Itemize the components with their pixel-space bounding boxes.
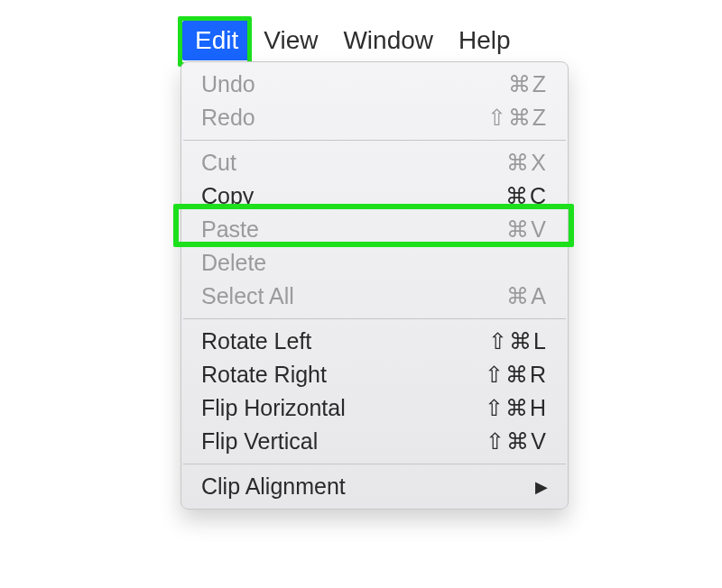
- menu-separator: [183, 318, 566, 319]
- menu-item-rotate-right[interactable]: Rotate Right ⇧⌘R: [181, 358, 568, 391]
- edit-menu: Undo ⌘Z Redo ⇧⌘Z Cut ⌘X Copy ⌘C Paste ⌘V…: [180, 61, 569, 510]
- menu-item-clip-alignment[interactable]: Clip Alignment ▶: [181, 470, 568, 503]
- menu-item-shortcut: ⇧⌘Z: [487, 105, 548, 131]
- menu-item-paste[interactable]: Paste ⌘V: [181, 213, 568, 246]
- menu-item-label: Undo: [201, 71, 255, 97]
- menu-item-label: Copy: [201, 183, 254, 209]
- menu-item-flip-vertical[interactable]: Flip Vertical ⇧⌘V: [181, 425, 568, 458]
- menubar: Edit View Window Help: [182, 20, 523, 61]
- menu-item-rotate-left[interactable]: Rotate Left ⇧⌘L: [181, 325, 568, 358]
- menu-item-select-all[interactable]: Select All ⌘A: [181, 280, 568, 313]
- menu-separator: [183, 140, 566, 141]
- menu-item-label: Rotate Right: [201, 362, 327, 388]
- menu-item-shortcut: ⌘X: [506, 150, 548, 176]
- menu-item-shortcut: ⇧⌘L: [488, 328, 548, 354]
- menu-item-shortcut: ⇧⌘H: [485, 395, 548, 421]
- menubar-item-help[interactable]: Help: [446, 21, 523, 60]
- menu-item-redo[interactable]: Redo ⇧⌘Z: [181, 101, 568, 134]
- menu-item-label: Clip Alignment: [201, 473, 346, 500]
- menubar-item-view[interactable]: View: [251, 21, 330, 60]
- menu-item-label: Paste: [201, 216, 259, 243]
- menu-item-shortcut: ⇧⌘R: [485, 362, 548, 388]
- menu-item-label: Select All: [201, 283, 294, 309]
- menu-separator: [183, 464, 566, 464]
- menu-item-flip-horizontal[interactable]: Flip Horizontal ⇧⌘H: [181, 391, 568, 425]
- menu-item-label: Flip Vertical: [201, 428, 318, 455]
- menubar-item-edit[interactable]: Edit: [182, 21, 251, 60]
- menubar-item-window[interactable]: Window: [330, 21, 446, 60]
- menu-item-label: Rotate Left: [201, 328, 311, 354]
- menu-item-label: Redo: [201, 105, 255, 131]
- menu-item-shortcut: ⌘A: [506, 283, 548, 309]
- menu-item-label: Flip Horizontal: [201, 395, 346, 421]
- menu-item-shortcut: ⌘Z: [508, 71, 548, 97]
- menu-item-cut[interactable]: Cut ⌘X: [181, 146, 568, 179]
- menu-item-shortcut: ⇧⌘V: [486, 428, 548, 455]
- menu-item-undo[interactable]: Undo ⌘Z: [181, 68, 568, 101]
- submenu-arrow-icon: ▶: [535, 477, 548, 497]
- menu-item-label: Delete: [201, 250, 266, 276]
- menu-item-copy[interactable]: Copy ⌘C: [181, 179, 568, 213]
- menu-item-delete[interactable]: Delete: [181, 246, 568, 280]
- menu-item-shortcut: ⌘V: [506, 216, 548, 243]
- menu-item-label: Cut: [201, 150, 236, 176]
- menu-item-shortcut: ⌘C: [505, 183, 548, 209]
